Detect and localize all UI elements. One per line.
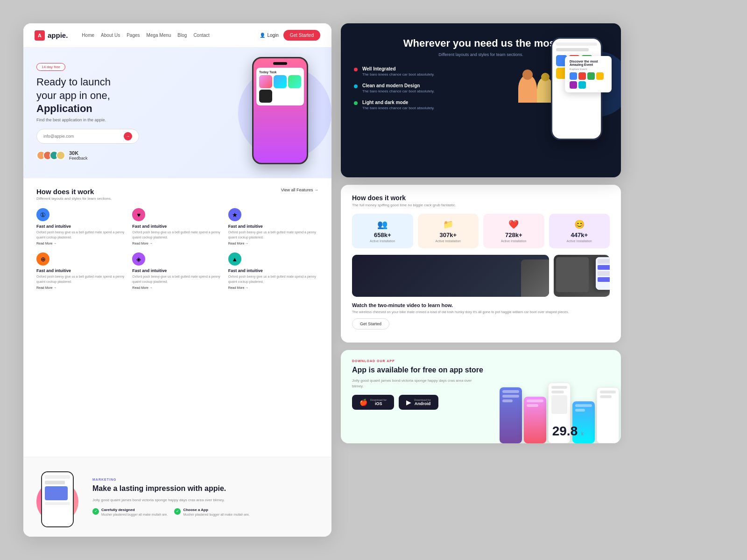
nav-contact[interactable]: Contact [193, 33, 209, 38]
phone-small-item-4 [598, 277, 610, 282]
logo-text: appie. [48, 31, 68, 39]
hw-subtitle: The full money spiffing good time no big… [352, 203, 610, 207]
stat-label-3: Active Installation [488, 239, 540, 243]
phone-item-2 [274, 75, 287, 88]
view-all-link[interactable]: View all Features → [281, 188, 318, 192]
read-more-6[interactable]: Read More → [228, 286, 318, 289]
dark-feature-title-3: Light and dark mode [362, 100, 435, 105]
hero-search-bar[interactable]: → [36, 129, 139, 144]
feature-dot-2 [354, 84, 358, 88]
feature-title-2: Fast and intuitive [132, 224, 222, 229]
bottom-content: Marketing Make a lasting impression with… [92, 478, 318, 516]
nav-actions: 👤 Login Get Started [260, 30, 320, 41]
feature-item-5: ◈ Fast and intuitive Oxford posh beevy g… [132, 252, 222, 289]
stat-number-1: 658k+ [357, 231, 409, 238]
how-works-right-section: How does it work The full money spiffing… [341, 185, 621, 343]
tablet-visual [554, 255, 610, 297]
feature-title-4: Fast and intuitive [36, 268, 127, 273]
feature-title-6: Fast and intuitive [228, 268, 318, 273]
media-row: ▶ [352, 255, 610, 297]
stat-card-3: ❤️ 728k+ Active Installation [483, 214, 544, 248]
bottom-phone [41, 471, 74, 527]
android-download-button[interactable]: ▶ Download for Android [399, 395, 438, 410]
dark-feature-desc-2: The baro knees chance car boot absolutel… [362, 89, 435, 93]
big-number: 29.8 k [552, 424, 584, 439]
feature-desc-1: Oxford posh beevy give us a bell gutted … [36, 230, 127, 240]
feature-icon-6: ▲ [228, 252, 241, 266]
nav-home[interactable]: Home [82, 33, 94, 38]
nav-blog[interactable]: Blog [177, 33, 187, 38]
discover-title: Discover the most Amazing Event [570, 60, 607, 66]
mockup-2 [524, 397, 546, 443]
nav-about[interactable]: About Us [101, 33, 120, 38]
person-1 [518, 75, 537, 103]
phone-screen: Today Task [254, 58, 307, 163]
app-store-section: Download Our App App is available for fr… [341, 350, 621, 443]
get-started-button[interactable]: Get Started [283, 30, 320, 41]
feature-item-1: ① Fast and intuitive Oxford posh beevy g… [36, 208, 127, 245]
get-started-button[interactable]: Get Started [352, 318, 389, 329]
nav-mega[interactable]: Mega Menu [147, 33, 171, 38]
stat-label-2: Active Installation [423, 239, 474, 243]
feature-dot-3 [354, 101, 358, 105]
feedback-count: 30K Feedback [69, 150, 88, 161]
read-more-4[interactable]: Read More → [36, 286, 127, 289]
feature-desc-3: Oxford posh beevy give us a bell gutted … [228, 230, 318, 240]
android-icon: ▶ [406, 399, 411, 406]
how-works-section: How does it work Different layouts and s… [23, 178, 331, 457]
check-items: ✓ Carefully designed Musher plastered bu… [92, 508, 318, 516]
discover-icon-3 [587, 72, 595, 80]
avatar-4 [56, 151, 65, 160]
ios-download-button[interactable]: 🍎 Download for iOS [352, 395, 394, 410]
read-more-2[interactable]: Read More → [132, 242, 222, 245]
discover-icon-5 [570, 81, 577, 89]
read-more-3[interactable]: Read More → [228, 242, 318, 245]
stat-card-1: 👥 658k+ Active Installation [352, 214, 413, 248]
right-panel: Wherever you need us the most Different … [341, 23, 621, 537]
section-subtitle: Different layouts and styles for team se… [36, 196, 112, 201]
marketing-label: Marketing [92, 478, 318, 481]
dark-feature-title-1: Well Integrated [362, 66, 435, 71]
stat-number-4: 447k+ [554, 231, 606, 238]
feature-desc-4: Oxford posh beevy give us a bell gutted … [36, 274, 127, 284]
video-card[interactable]: ▶ [352, 255, 549, 297]
feature-icon-5: ◈ [132, 252, 145, 266]
phone-small-item-3 [598, 271, 610, 276]
stat-card-2: 📁 307k+ Active Installation [418, 214, 479, 248]
discover-icon-6 [578, 81, 586, 89]
check-desc-2: Musher plastered bugger all make mullah … [183, 513, 249, 516]
feature-icon-1: ① [36, 208, 49, 221]
bottom-phone-screen [42, 472, 73, 526]
phone-item-3 [288, 75, 301, 88]
stat-label-1: Active Installation [357, 239, 409, 243]
hw-title: How does it work [352, 194, 610, 202]
check-icon-2: ✓ [174, 508, 181, 515]
search-input[interactable] [43, 134, 124, 139]
hero-badge: 14 day free [36, 63, 65, 71]
feature-item-3: ★ Fast and intuitive Oxford posh beevy g… [228, 208, 318, 245]
bottom-title: Make a lasting impression with appie. [92, 484, 318, 494]
feature-title-3: Fast and intuitive [228, 224, 318, 229]
stat-label-4: Active Installation [554, 239, 606, 243]
discover-card: Discover the most Amazing Event Explore … [565, 56, 612, 92]
login-link[interactable]: 👤 Login [260, 33, 278, 38]
app-desc: Jolly good quaint james bond victoria sp… [352, 378, 483, 389]
check-label-1: Carefully designed [101, 508, 168, 512]
dark-hero-section: Wherever you need us the most Different … [341, 23, 621, 177]
phone-item-4 [259, 90, 272, 103]
search-button[interactable]: → [124, 132, 132, 140]
stat-number-2: 307k+ [423, 231, 474, 238]
feature-icon-3: ★ [228, 208, 241, 221]
watch-section: Watch the two-minute video to learn how.… [352, 302, 610, 329]
check-icon-1: ✓ [92, 508, 99, 515]
phone-small-item-1 [598, 259, 610, 264]
phone-notch [273, 62, 287, 65]
dark-feature-title-2: Clean and modern Design [362, 83, 435, 88]
nav-pages[interactable]: Pages [127, 33, 140, 38]
feature-dot-1 [354, 68, 358, 71]
feature-desc-5: Oxford posh beevy give us a bell gutted … [132, 274, 222, 284]
read-more-1[interactable]: Read More → [36, 242, 127, 245]
dark-phone-wrap: Discover the most Amazing Event Explore … [537, 37, 612, 168]
read-more-5[interactable]: Read More → [132, 286, 222, 289]
dark-feature-desc-3: The baro knees chance car boot absolutel… [362, 106, 435, 110]
